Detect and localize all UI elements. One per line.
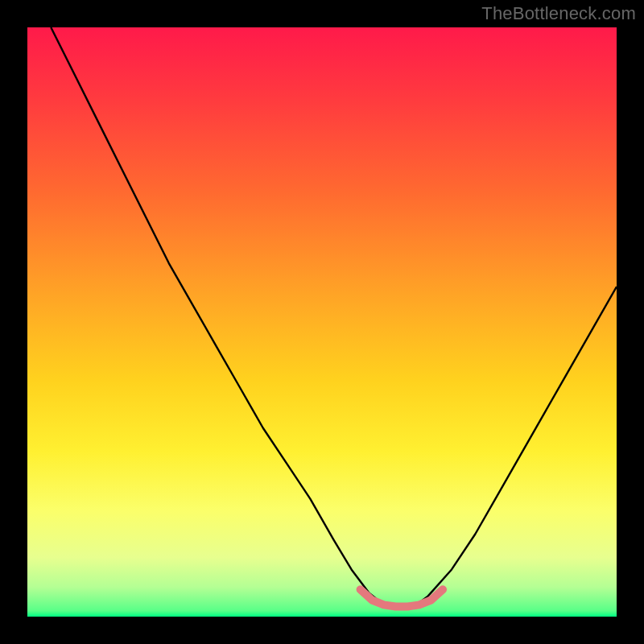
chart-frame: TheBottleneck.com xyxy=(0,0,644,644)
watermark-text: TheBottleneck.com xyxy=(481,3,636,24)
plot-area xyxy=(27,27,617,617)
chart-svg xyxy=(27,27,617,617)
bottleneck-curve xyxy=(51,27,617,607)
